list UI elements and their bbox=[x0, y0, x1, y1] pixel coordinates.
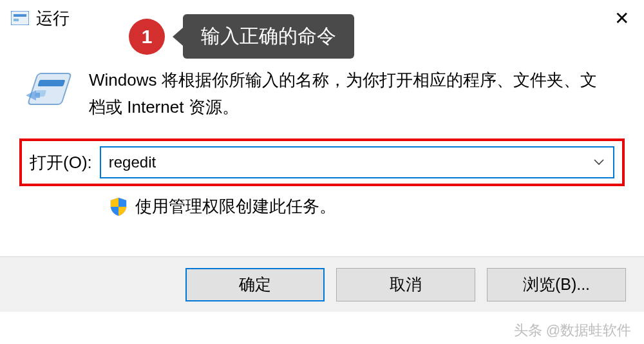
run-program-icon bbox=[24, 71, 73, 111]
input-row-highlight: 打开(O): bbox=[19, 139, 625, 186]
uac-shield-icon bbox=[109, 197, 128, 216]
admin-note-text: 使用管理权限创建此任务。 bbox=[135, 195, 336, 218]
svg-rect-1 bbox=[14, 14, 26, 17]
open-input[interactable] bbox=[109, 153, 605, 171]
admin-note-row: 使用管理权限创建此任务。 bbox=[19, 195, 625, 218]
svg-rect-2 bbox=[14, 19, 19, 21]
annotation-tooltip: 输入正确的命令 bbox=[183, 14, 354, 59]
button-bar: 确定 取消 浏览(B)... bbox=[0, 256, 644, 312]
annotation-number-badge: 1 bbox=[129, 19, 165, 55]
svg-rect-4 bbox=[37, 80, 65, 86]
svg-rect-0 bbox=[11, 11, 29, 25]
open-combobox[interactable] bbox=[100, 146, 614, 178]
titlebar-title: 运行 bbox=[36, 7, 70, 30]
ok-button[interactable]: 确定 bbox=[185, 268, 325, 301]
close-button[interactable]: ✕ bbox=[599, 0, 644, 36]
browse-button[interactable]: 浏览(B)... bbox=[487, 268, 626, 301]
open-label: 打开(O): bbox=[30, 151, 92, 174]
cancel-button[interactable]: 取消 bbox=[336, 268, 475, 301]
svg-rect-3 bbox=[28, 73, 71, 104]
chevron-down-icon[interactable] bbox=[594, 157, 604, 168]
run-dialog-icon bbox=[10, 10, 30, 26]
dialog-body: Windows 将根据你所输入的名称，为你打开相应的程序、文件夹、文档或 Int… bbox=[0, 36, 644, 218]
watermark-text: 头条 @数据蛙软件 bbox=[514, 321, 631, 340]
info-row: Windows 将根据你所输入的名称，为你打开相应的程序、文件夹、文档或 Int… bbox=[19, 67, 625, 120]
annotation-callout: 1 输入正确的命令 bbox=[129, 14, 354, 59]
dialog-description: Windows 将根据你所输入的名称，为你打开相应的程序、文件夹、文档或 Int… bbox=[89, 67, 625, 120]
close-icon: ✕ bbox=[614, 8, 629, 29]
